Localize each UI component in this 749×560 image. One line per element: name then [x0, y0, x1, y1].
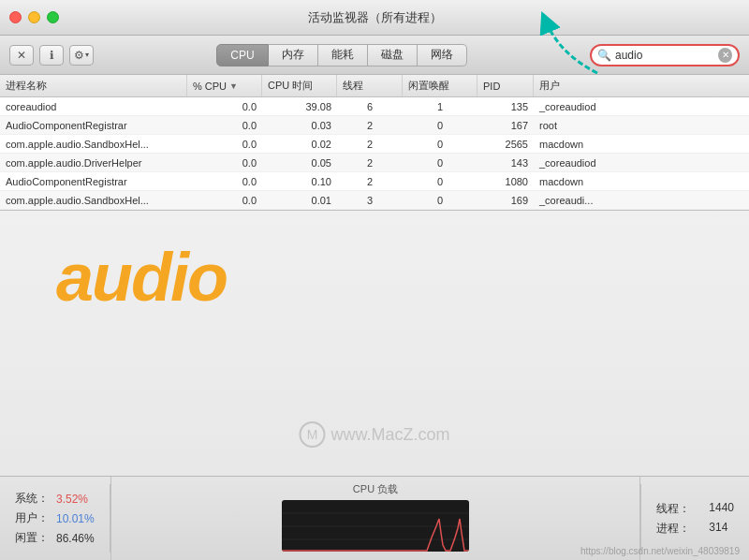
td-user: _coreaudi... [534, 195, 627, 206]
status-left: 系统： 3.52% 用户： 10.01% 闲置： 86.46% [0, 477, 110, 560]
tab-cpu[interactable]: CPU [216, 44, 268, 66]
toolbar: ✕ ℹ ⚙ ▾ CPU 内存 能耗 磁盘 网络 🔍 ✕ [0, 36, 749, 75]
td-cpu: 0.0 [187, 101, 262, 112]
gear-button[interactable]: ⚙ ▾ [69, 45, 94, 66]
td-name: com.apple.audio.DriverHelper [0, 157, 187, 169]
close-button[interactable] [9, 11, 22, 23]
td-threads: 6 [337, 101, 403, 112]
tab-group: CPU 内存 能耗 磁盘 网络 [101, 44, 582, 66]
td-user: _coreaudiod [534, 101, 627, 112]
watermark-logo: M [299, 421, 325, 448]
td-user: macdown [534, 139, 627, 150]
td-pid: 169 [477, 195, 534, 206]
search-input-wrapper: 🔍 ✕ [590, 44, 740, 66]
idle-label: 闲置： [15, 530, 49, 546]
gear-icon: ⚙ [74, 49, 84, 62]
table-row[interactable]: AudioComponentRegistrar 0.0 0.03 2 0 167… [0, 116, 749, 135]
td-name: com.apple.audio.SandboxHel... [0, 195, 187, 206]
td-cpu-time: 0.02 [262, 139, 337, 150]
search-input[interactable] [615, 49, 718, 62]
annotation-area: audio M www.MacZ.com [0, 211, 749, 476]
main-content: 进程名称 % CPU ▼ CPU 时间 线程 闲置唤醒 PID 用户 [0, 75, 749, 476]
table-row[interactable]: AudioComponentRegistrar 0.0 0.10 2 0 108… [0, 172, 749, 191]
td-user: root [534, 120, 627, 131]
td-idle-wake: 0 [403, 157, 477, 169]
window-title: 活动监视器（所有进程） [308, 9, 442, 26]
td-threads: 2 [337, 176, 403, 187]
table-row[interactable]: com.apple.audio.DriverHelper 0.0 0.05 2 … [0, 154, 749, 172]
td-user: _coreaudiod [534, 157, 627, 169]
table-row[interactable]: com.apple.audio.SandboxHel... 0.0 0.02 2… [0, 135, 749, 154]
user-row: 用户： 10.01% [15, 510, 95, 526]
title-bar: 活动监视器（所有进程） [0, 0, 749, 36]
search-icon: 🔍 [597, 49, 611, 62]
search-box: 🔍 ✕ [590, 44, 740, 66]
search-clear-button[interactable]: ✕ [718, 48, 732, 63]
td-cpu-time: 0.10 [262, 176, 337, 187]
url-watermark: https://blog.csdn.net/weixin_48039819 [580, 546, 740, 556]
idle-row: 闲置： 86.46% [15, 530, 95, 546]
th-name[interactable]: 进程名称 [0, 75, 187, 96]
td-pid: 135 [477, 101, 534, 112]
table-container: 进程名称 % CPU ▼ CPU 时间 线程 闲置唤醒 PID 用户 [0, 75, 749, 211]
th-cpu[interactable]: % CPU ▼ [187, 75, 262, 96]
td-cpu-time: 0.03 [262, 120, 337, 131]
td-threads: 2 [337, 120, 403, 131]
td-cpu: 0.0 [187, 139, 262, 150]
td-idle-wake: 0 [403, 176, 477, 187]
td-name: com.apple.audio.SandboxHel... [0, 139, 187, 150]
gear-arrow: ▾ [85, 51, 89, 59]
cpu-chart-label: CPU 负载 [353, 482, 398, 496]
td-idle-wake: 0 [403, 120, 477, 131]
td-idle-wake: 1 [403, 101, 477, 112]
cpu-chart-canvas [282, 500, 469, 552]
table-header: 进程名称 % CPU ▼ CPU 时间 线程 闲置唤醒 PID 用户 [0, 75, 749, 97]
td-user: macdown [534, 176, 627, 187]
processes-value: 314 [709, 521, 727, 537]
watermark-text: www.MacZ.com [330, 425, 449, 445]
user-value: 10.01% [56, 512, 95, 525]
sort-icon: ▼ [229, 81, 238, 91]
th-idle-wake[interactable]: 闲置唤醒 [403, 75, 477, 96]
th-pid[interactable]: PID [477, 75, 534, 96]
td-threads: 2 [337, 139, 403, 150]
maximize-button[interactable] [47, 11, 59, 23]
system-label: 系统： [15, 491, 49, 507]
idle-value: 86.46% [56, 532, 95, 545]
processes-label: 进程： [656, 521, 690, 537]
toolbar-left: ✕ ℹ ⚙ ▾ [9, 45, 94, 66]
table-body: coreaudiod 0.0 39.08 6 1 135 _coreaudiod… [0, 97, 749, 210]
tab-network[interactable]: 网络 [418, 44, 467, 66]
td-cpu-time: 39.08 [262, 101, 337, 112]
td-name: coreaudiod [0, 101, 187, 112]
td-pid: 1080 [477, 176, 534, 187]
td-cpu: 0.0 [187, 195, 262, 206]
tab-memory[interactable]: 内存 [269, 44, 318, 66]
table-row[interactable]: com.apple.audio.SandboxHel... 0.0 0.01 3… [0, 191, 749, 210]
td-idle-wake: 0 [403, 195, 477, 206]
th-user[interactable]: 用户 [534, 75, 627, 96]
table-row[interactable]: coreaudiod 0.0 39.08 6 1 135 _coreaudiod [0, 97, 749, 116]
stop-button[interactable]: ✕ [9, 45, 34, 66]
th-cpu-time[interactable]: CPU 时间 [262, 75, 337, 96]
cpu-chart-section: CPU 负载 [110, 477, 641, 560]
td-cpu: 0.0 [187, 120, 262, 131]
user-label: 用户： [15, 510, 49, 526]
tab-disk[interactable]: 磁盘 [368, 44, 418, 66]
td-name: AudioComponentRegistrar [0, 176, 187, 187]
td-cpu: 0.0 [187, 157, 262, 169]
td-threads: 2 [337, 157, 403, 169]
audio-annotation-text: audio [56, 239, 227, 316]
info-button[interactable]: ℹ [39, 45, 64, 66]
minimize-button[interactable] [28, 11, 40, 23]
th-threads[interactable]: 线程 [337, 75, 403, 96]
td-pid: 167 [477, 120, 534, 131]
tab-energy[interactable]: 能耗 [318, 44, 368, 66]
td-pid: 2565 [477, 139, 534, 150]
td-cpu-time: 0.05 [262, 157, 337, 169]
td-name: AudioComponentRegistrar [0, 120, 187, 131]
threads-row: 线程： 1440 [656, 501, 734, 517]
processes-row: 进程： 314 [656, 521, 734, 537]
threads-value: 1440 [709, 501, 734, 517]
status-bar: 系统： 3.52% 用户： 10.01% 闲置： 86.46% CPU 负载 [0, 476, 749, 560]
